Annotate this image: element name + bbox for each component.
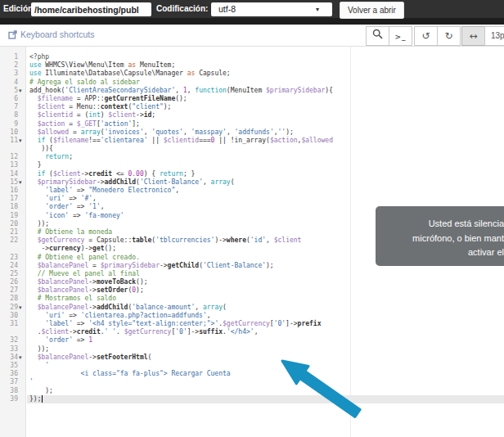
code-text: ' xyxy=(29,378,34,386)
code-line[interactable]: )){ xyxy=(0,145,504,153)
code-text: use Illuminate\Database\Capsule\Manager … xyxy=(29,70,231,78)
code-line[interactable]: 17 'uri' => '#', xyxy=(0,195,504,203)
line-number: 34 xyxy=(0,354,18,362)
code-line[interactable]: 25 // Mueve el panel al final xyxy=(0,270,504,278)
code-line[interactable]: 14 if ($client->credit <= 0.00) { return… xyxy=(0,170,504,178)
code-line[interactable]: 12 return; xyxy=(0,153,504,161)
line-number: 30 xyxy=(0,312,18,320)
code-text: add_hook('ClientAreaSecondarySidebar', 1… xyxy=(29,87,333,95)
wrap-toggle-button[interactable]: ↔ xyxy=(461,26,485,46)
code-line[interactable]: 32 'order' => 1 xyxy=(0,336,504,345)
code-text: 'order' => '1', xyxy=(29,203,105,211)
line-number: 2 xyxy=(0,61,18,70)
code-line[interactable]: 13 } xyxy=(0,161,504,169)
code-text: ); xyxy=(29,387,53,395)
code-text: )); xyxy=(29,345,49,354)
redo-button[interactable]: ↻ xyxy=(437,26,461,46)
code-line[interactable]: 16 'label' => "Monedero Electronico", xyxy=(0,187,504,195)
code-line[interactable]: 11▾ if ($filename!=='clientarea' || $cli… xyxy=(0,137,504,145)
code-text: 'icon' => 'fa-money' xyxy=(29,212,124,220)
code-line[interactable]: 36 <i class="fa fa-plus"> Recargar Cuent… xyxy=(0,370,504,378)
search-button[interactable] xyxy=(366,26,389,46)
notification-line: Usted está silencia xyxy=(376,217,504,232)
line-number: 37 xyxy=(0,378,18,386)
code-line[interactable]: 38 ); xyxy=(0,387,504,395)
code-line[interactable]: .$client->credit.' '. $getCurrency['0']-… xyxy=(0,328,504,336)
fold-toggle-icon[interactable]: ▾ xyxy=(19,178,26,187)
code-line[interactable]: 6 $filename = APP::getCurrentFileName(); xyxy=(0,95,504,103)
line-number: 19 xyxy=(0,212,18,220)
code-text: <?php xyxy=(29,53,49,61)
line-number: 36 xyxy=(0,370,18,378)
code-text: $clientid = (int) $client->id; xyxy=(29,111,155,119)
code-line[interactable]: 33 )); xyxy=(0,345,504,354)
code-line[interactable]: 15▾ $primarySidebar->addChild('Client-Ba… xyxy=(0,178,504,187)
line-number: 23 xyxy=(0,254,18,262)
reopen-button[interactable]: Volver a abrir xyxy=(340,2,404,19)
code-text: ' xyxy=(29,362,49,370)
code-line[interactable]: 35 ' xyxy=(0,362,504,370)
terminal-button[interactable]: >_ xyxy=(389,26,412,46)
code-text: } xyxy=(29,161,41,169)
code-line[interactable]: 4# Agrega el saldo al sidebar xyxy=(0,79,504,87)
code-line[interactable]: 29▾ $balancePanel->addChild('balance-amo… xyxy=(0,304,504,312)
notification-line: activar el xyxy=(376,246,504,260)
line-number: 33 xyxy=(0,345,18,354)
code-text: $client = Menu::context("client"); xyxy=(29,103,171,111)
code-line[interactable]: 39}); xyxy=(0,395,504,403)
code-line[interactable]: 26 $balancePanel->moveToBack(); xyxy=(0,278,504,286)
code-line[interactable]: 28 # Mostramos el saldo xyxy=(0,295,504,303)
code-line[interactable]: 31 'label' => '<h4 style="text-align:cen… xyxy=(0,320,504,328)
search-icon xyxy=(372,29,383,39)
code-text: return; xyxy=(29,153,73,161)
editor-toolbar: Keyboard shortcuts >_ ↺ ↻ ↔ 13px xyxy=(0,25,504,47)
code-line[interactable]: 8 $clientid = (int) $client->id; xyxy=(0,111,504,119)
line-number: 10 xyxy=(0,128,18,137)
code-line[interactable]: 27 $balancePanel->setOrder(0); xyxy=(0,286,504,295)
undo-icon: ↺ xyxy=(421,30,430,42)
encoding-select[interactable]: utf-8 ▾ xyxy=(211,2,332,16)
code-text: 'uri' => 'clientarea.php?action=addfunds… xyxy=(29,312,211,320)
code-line[interactable]: 9 $action = $_GET['action']; xyxy=(0,120,504,128)
code-line[interactable]: 7 $client = Menu::context("client"); xyxy=(0,103,504,111)
code-text: $allowed = array('invoices', 'quotes', '… xyxy=(29,128,294,137)
line-number: 14 xyxy=(0,170,18,178)
fold-toggle-icon[interactable]: ▾ xyxy=(19,87,26,95)
undo-button[interactable]: ↺ xyxy=(414,26,438,46)
code-text: $balancePanel->setOrder(0); xyxy=(29,286,144,295)
fold-toggle-icon[interactable]: ▾ xyxy=(19,304,26,312)
keyboard-shortcuts-link[interactable]: Keyboard shortcuts xyxy=(8,29,94,39)
code-text: 'uri' => '#', xyxy=(29,195,97,203)
code-line[interactable]: 37' xyxy=(0,378,504,386)
code-text: # Agrega el saldo al sidebar xyxy=(29,79,140,87)
code-text: 'label' => '<h4 style="text-align:center… xyxy=(29,320,321,328)
code-text: 'label' => "Monedero Electronico", xyxy=(29,187,179,195)
line-number: 6 xyxy=(0,95,18,103)
fold-toggle-icon[interactable]: ▾ xyxy=(19,137,26,145)
fold-toggle-icon[interactable]: ▾ xyxy=(19,354,26,362)
code-line[interactable]: 2use WHMCS\View\Menu\Item as MenuItem; xyxy=(0,61,504,70)
code-line[interactable]: 30 'uri' => 'clientarea.php?action=addfu… xyxy=(0,312,504,320)
left-right-arrow-icon: ↔ xyxy=(469,30,477,42)
encoding-value: utf-8 xyxy=(218,4,236,14)
code-text: ->currency)->get(); xyxy=(29,245,116,253)
line-number: 8 xyxy=(0,111,18,119)
code-line[interactable]: 1<?php xyxy=(0,53,504,61)
line-number: 1 xyxy=(0,53,18,61)
code-line[interactable]: 10 $allowed = array('invoices', 'quotes'… xyxy=(0,128,504,137)
file-path-input[interactable] xyxy=(31,2,151,16)
code-line[interactable]: 5▾add_hook('ClientAreaSecondarySidebar',… xyxy=(0,87,504,95)
code-text: $filename = APP::getCurrentFileName(); xyxy=(29,95,187,103)
chevron-down-icon: ▾ xyxy=(316,2,319,16)
line-number: 15 xyxy=(0,178,18,187)
code-text: $getCurrency = Capsule::table('tblcurren… xyxy=(29,237,301,245)
code-text: # Obtiene el panel creado. xyxy=(29,254,140,262)
code-line[interactable]: 3use Illuminate\Database\Capsule\Manager… xyxy=(0,70,504,78)
code-line[interactable]: 34▾ $balancePanel->setFooterHtml( xyxy=(0,354,504,362)
topbar: Edición: Codificación: utf-8 ▾ Volver a … xyxy=(0,0,504,25)
line-number: 3 xyxy=(0,70,18,78)
redo-icon: ↻ xyxy=(444,30,452,42)
line-number: 21 xyxy=(0,228,18,237)
font-size-select[interactable]: 13px xyxy=(484,26,504,46)
code-text: }); xyxy=(29,395,43,403)
